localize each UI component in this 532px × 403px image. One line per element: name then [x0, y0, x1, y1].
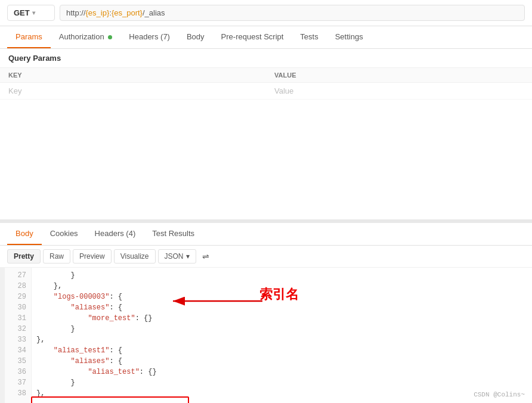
- upper-panel: Params Authorization Headers (7) Body Pr…: [0, 26, 532, 223]
- ln-37: 37: [5, 377, 31, 388]
- authorization-dot: [108, 35, 112, 39]
- code-line-37: }: [36, 377, 527, 388]
- tab-headers[interactable]: Headers (7): [120, 26, 178, 48]
- url-prefix: http://: [66, 8, 86, 17]
- tab-body[interactable]: Body: [178, 26, 213, 48]
- code-line-30: "aliases": {: [36, 302, 527, 313]
- code-line-32: }: [36, 324, 527, 334]
- tab-params[interactable]: Params: [7, 26, 51, 48]
- line-numbers: 27 28 29 30 31 32 33 34 35 36 37 38: [5, 268, 32, 403]
- col-header-key: KEY: [0, 68, 266, 83]
- pretty-btn[interactable]: Pretty: [7, 249, 41, 264]
- response-tab-test-results[interactable]: Test Results: [144, 223, 203, 245]
- ln-31: 31: [5, 313, 31, 324]
- response-tab-body[interactable]: Body: [7, 223, 42, 245]
- lower-panel: Body Cookies Headers (4) Test Results Pr…: [0, 223, 532, 403]
- response-tabs-row: Body Cookies Headers (4) Test Results: [0, 223, 532, 246]
- url-display[interactable]: http://{es_ip}:{es_port}/_alias: [60, 5, 525, 21]
- code-line-31: "more_test": {}: [36, 313, 527, 324]
- ln-34: 34: [5, 345, 31, 356]
- method-chevron: ▾: [32, 10, 35, 16]
- ln-36: 36: [5, 367, 31, 377]
- code-line-33: },: [36, 334, 527, 345]
- format-chevron: ▾: [186, 252, 190, 261]
- preview-btn[interactable]: Preview: [73, 249, 112, 264]
- visualize-btn[interactable]: Visualize: [114, 249, 156, 264]
- tab-tests[interactable]: Tests: [292, 26, 326, 48]
- url-suffix: /_alias: [143, 8, 165, 17]
- format-select[interactable]: JSON ▾: [158, 249, 196, 264]
- code-line-38: },: [36, 388, 527, 399]
- code-line-27: }: [36, 270, 527, 281]
- tab-authorization[interactable]: Authorization: [51, 26, 121, 48]
- url-var1: {es_ip}: [86, 8, 110, 17]
- col-header-value: VALUE: [266, 68, 532, 83]
- code-line-36: "alias_test": {}: [36, 367, 527, 377]
- url-bar: GET ▾ http://{es_ip}:{es_port}/_alias: [0, 0, 532, 26]
- response-toolbar: Pretty Raw Preview Visualize JSON ▾ ⇌: [0, 246, 532, 268]
- ln-27: 27: [5, 270, 31, 281]
- url-var2: {es_port}: [112, 8, 143, 17]
- key-cell[interactable]: Key: [0, 83, 266, 100]
- tab-pre-request[interactable]: Pre-request Script: [213, 26, 292, 48]
- ln-30: 30: [5, 302, 31, 313]
- ln-32: 32: [5, 324, 31, 334]
- query-params-header: Query Params: [0, 49, 532, 68]
- ln-35: 35: [5, 356, 31, 367]
- method-select[interactable]: GET ▾: [7, 5, 55, 21]
- ln-33: 33: [5, 334, 31, 345]
- code-line-29: "logs-000003": {: [36, 292, 527, 302]
- method-value: GET: [14, 8, 30, 17]
- response-tab-cookies[interactable]: Cookies: [42, 223, 86, 245]
- table-row: Key Value: [0, 83, 532, 100]
- left-scrollbar: [0, 268, 5, 403]
- request-tabs-row: Params Authorization Headers (7) Body Pr…: [0, 26, 532, 49]
- params-table: KEY VALUE Key Value: [0, 68, 532, 100]
- value-cell[interactable]: Value: [266, 83, 532, 100]
- code-line-28: },: [36, 281, 527, 292]
- raw-btn[interactable]: Raw: [43, 249, 70, 264]
- wrap-icon[interactable]: ⇌: [202, 252, 209, 261]
- ln-38: 38: [5, 388, 31, 399]
- ln-28: 28: [5, 281, 31, 292]
- ln-29: 29: [5, 292, 31, 302]
- code-line-35: "aliases": {: [36, 356, 527, 367]
- code-area: 27 28 29 30 31 32 33 34 35 36 37 38 } },…: [0, 268, 532, 403]
- tab-settings[interactable]: Settings: [327, 26, 372, 48]
- code-line-34: "alias_test1": {: [36, 345, 527, 356]
- response-tab-headers[interactable]: Headers (4): [86, 223, 144, 245]
- code-content: } }, "logs-000003": { "aliases": { "more…: [32, 268, 532, 403]
